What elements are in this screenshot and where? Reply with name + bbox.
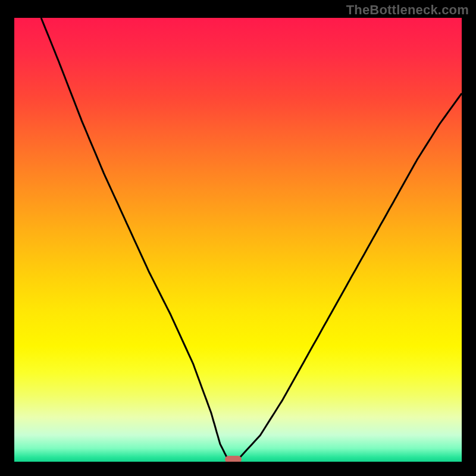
watermark-text: TheBottleneck.com xyxy=(346,2,469,18)
bottleneck-curve xyxy=(14,18,462,462)
chart-container: TheBottleneck.com xyxy=(0,0,476,476)
plot-area xyxy=(14,18,462,462)
curve-path xyxy=(41,18,462,462)
optimum-marker xyxy=(225,456,242,462)
